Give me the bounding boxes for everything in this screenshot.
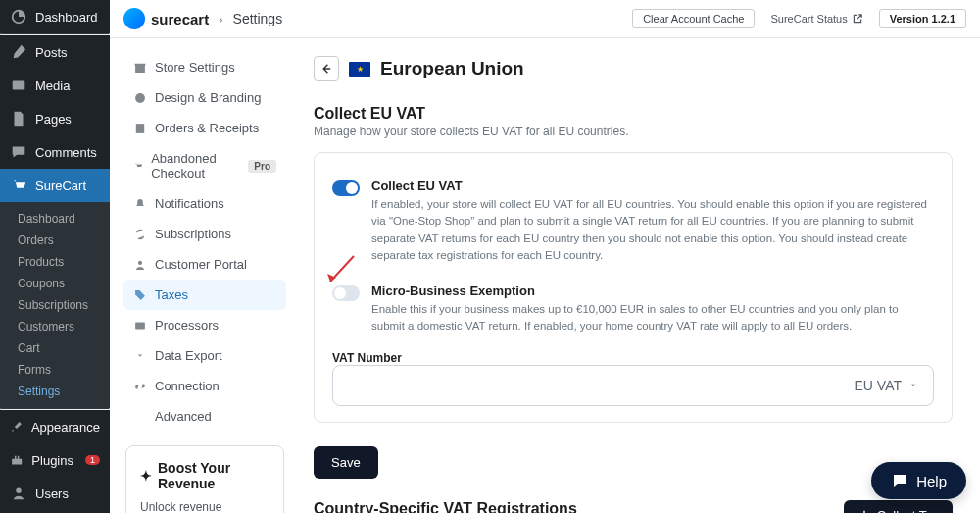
wp-nav-label: Appearance: [31, 420, 100, 435]
snav-abandoned[interactable]: Abandoned CheckoutPro: [123, 143, 286, 188]
wp-nav-label: Media: [35, 78, 70, 93]
snav-label: Taxes: [155, 287, 188, 302]
toggle-collect-vat[interactable]: [332, 180, 360, 196]
wp-nav-pages[interactable]: Pages: [0, 102, 110, 135]
repeat-icon: [133, 228, 147, 241]
tag-icon: [133, 288, 147, 302]
cart-abandoned-icon: [133, 159, 143, 173]
pin-icon: [10, 43, 27, 61]
version-button[interactable]: Version 1.2.1: [879, 9, 966, 28]
settings-panel: European Union Collect EU VAT Manage how…: [296, 38, 980, 513]
chevron-right-icon: ›: [219, 12, 222, 26]
pro-badge: Pro: [248, 160, 276, 173]
wp-nav-posts[interactable]: Posts: [0, 35, 110, 69]
wp-sub-coupons[interactable]: Coupons: [10, 273, 110, 294]
snav-orders[interactable]: Orders & Receipts: [123, 113, 286, 143]
boost-body: Unlock revenue boosting features when yo…: [140, 499, 270, 513]
eu-flag-icon: [349, 62, 370, 77]
opt-desc: If enabled, your store will collect EU V…: [371, 196, 934, 264]
store-icon: [133, 61, 147, 75]
svg-rect-6: [135, 322, 145, 329]
wp-nav-label: Dashboard: [35, 10, 98, 25]
receipt-icon: [133, 122, 147, 135]
wp-nav-dashboard[interactable]: Dashboard: [0, 0, 110, 33]
snav-processors[interactable]: Processors: [123, 310, 286, 340]
opt-micro-exemption: Micro-Business Exemption Enable this if …: [332, 274, 934, 345]
download-icon: [133, 349, 147, 363]
snav-design[interactable]: Design & Branding: [123, 82, 286, 113]
svg-point-1: [16, 488, 21, 493]
opt-title: Collect EU VAT: [371, 179, 934, 193]
wp-nav-label: SureCart: [35, 179, 86, 193]
back-button[interactable]: [314, 56, 339, 81]
toggle-micro-exemption[interactable]: [332, 285, 360, 301]
wp-sub-cart[interactable]: Cart: [10, 337, 110, 359]
wp-sub-products[interactable]: Products: [10, 251, 110, 273]
help-label: Help: [916, 473, 947, 489]
wp-sub-customers[interactable]: Customers: [10, 316, 110, 337]
wp-nav-users[interactable]: Users: [0, 477, 110, 510]
brand-name: surecart: [151, 11, 209, 27]
snav-label: Design & Branding: [155, 90, 261, 105]
snav-label: Orders & Receipts: [155, 121, 259, 135]
palette-icon: [133, 91, 147, 105]
collect-tax-button[interactable]: Collect Tax: [844, 500, 953, 514]
page-icon: [10, 110, 27, 128]
update-badge: 1: [85, 455, 100, 465]
wp-nav-plugins[interactable]: Plugins1: [0, 443, 110, 477]
users-icon: [10, 485, 27, 502]
comment-icon: [10, 143, 27, 161]
wp-nav-media[interactable]: Media: [0, 69, 110, 102]
wp-sub-dashboard[interactable]: Dashboard: [10, 208, 110, 230]
clear-cache-button[interactable]: Clear Account Cache: [632, 9, 755, 28]
snav-taxes[interactable]: Taxes: [123, 280, 286, 310]
plugin-icon: [10, 451, 24, 469]
brush-icon: [10, 418, 24, 436]
sliders-icon: [133, 410, 147, 424]
wp-nav-label: Plugins: [31, 453, 74, 468]
svg-rect-0: [13, 81, 25, 90]
wp-sub-settings[interactable]: Settings: [10, 381, 110, 402]
vat-card: Collect EU VAT If enabled, your store wi…: [314, 152, 953, 423]
snav-label: Subscriptions: [155, 227, 231, 241]
help-widget[interactable]: Help: [871, 462, 966, 499]
section-desc: Manage how your store collects EU VAT fo…: [314, 125, 953, 138]
link-icon: [133, 380, 147, 393]
cart-icon: [10, 177, 27, 194]
sparkle-icon: ✦: [140, 468, 152, 484]
snav-portal[interactable]: Customer Portal: [123, 249, 286, 280]
wp-nav-appearance[interactable]: Appearance: [0, 410, 110, 443]
wp-nav-surecart[interactable]: SureCart: [0, 169, 110, 202]
wp-sub-subscriptions[interactable]: Subscriptions: [10, 294, 110, 316]
svg-point-3: [135, 93, 145, 103]
panel-header: European Union: [314, 56, 953, 81]
wp-nav-label: Pages: [35, 112, 72, 127]
snav-advanced[interactable]: Advanced: [123, 401, 286, 432]
snav-notifications[interactable]: Notifications: [123, 188, 286, 219]
arrow-left-icon: [319, 62, 333, 76]
wp-nav-comments[interactable]: Comments: [0, 135, 110, 169]
snav-label: Processors: [155, 318, 219, 333]
snav-label: Customer Portal: [155, 257, 247, 272]
wp-sub-forms[interactable]: Forms: [10, 359, 110, 381]
section-title: Collect EU VAT: [314, 105, 953, 123]
wp-nav-label: Users: [35, 487, 69, 501]
save-button[interactable]: Save: [314, 446, 378, 479]
page-title: European Union: [380, 58, 524, 79]
breadcrumb: Settings: [233, 11, 283, 26]
snav-export[interactable]: Data Export: [123, 340, 286, 371]
bell-icon: [133, 197, 147, 211]
surecart-logo-icon: [123, 8, 145, 29]
wp-sub-orders[interactable]: Orders: [10, 230, 110, 251]
media-icon: [10, 77, 27, 94]
snav-label: Abandoned Checkout: [151, 151, 240, 180]
snav-subscriptions[interactable]: Subscriptions: [123, 219, 286, 249]
vat-number-label: VAT Number: [332, 351, 934, 365]
surecart-status-link[interactable]: SureCart Status: [764, 10, 868, 27]
svg-point-5: [138, 260, 142, 264]
wp-nav-label: Comments: [35, 145, 97, 160]
snav-store[interactable]: Store Settings: [123, 52, 286, 82]
dashboard-icon: [10, 8, 27, 26]
snav-connection[interactable]: Connection: [123, 371, 286, 401]
vat-type-select[interactable]: EU VAT: [332, 365, 934, 406]
